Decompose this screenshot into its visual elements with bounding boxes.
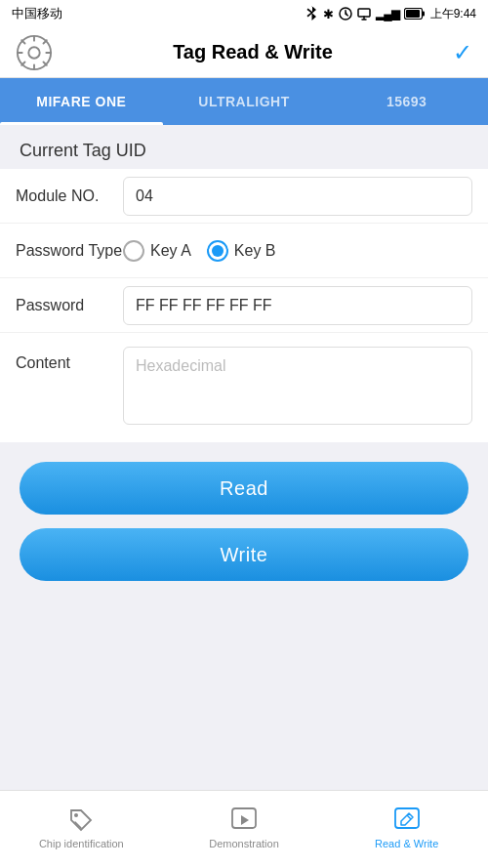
radio-key-b-label: Key B [234, 242, 276, 260]
radio-key-a[interactable]: Key A [123, 240, 191, 262]
bottom-nav: Chip identification Demonstration Read &… [0, 790, 488, 868]
tab-bar: MIFARE ONE ULTRALIGHT 15693 [0, 78, 488, 125]
extra-icon: ✱ [323, 7, 334, 21]
nav-demo-label: Demonstration [209, 838, 279, 849]
password-label: Password [16, 297, 123, 314]
password-type-row: Password Type Key A Key B [0, 224, 488, 278]
password-row: Password [0, 278, 488, 333]
svg-rect-1 [358, 9, 370, 17]
content-row: Content [0, 333, 488, 438]
tab-15693[interactable]: 15693 [325, 78, 488, 125]
read-button[interactable]: Read [20, 462, 468, 515]
nav-chip-label: Chip identification [39, 838, 124, 849]
time-label: 上午9:44 [430, 6, 476, 22]
svg-point-7 [74, 813, 78, 817]
radio-key-a-circle[interactable] [123, 240, 144, 262]
radio-key-b-circle[interactable] [207, 240, 228, 262]
page-title: Tag Read & Write [53, 41, 453, 63]
signal-icon: ▂▄▆ [376, 7, 399, 21]
status-bar: 中国移动 ✱ ▂▄▆ 上午9:44 [0, 0, 488, 27]
svg-rect-3 [422, 12, 425, 17]
tag-icon [67, 806, 95, 834]
nav-demo[interactable]: Demonstration [163, 791, 326, 868]
header: Tag Read & Write ✓ [0, 27, 488, 78]
button-area: Read Write [0, 442, 488, 591]
password-type-label: Password Type [16, 242, 123, 260]
svg-rect-4 [406, 10, 420, 18]
carrier-label: 中国移动 [12, 5, 62, 22]
write-button[interactable]: Write [20, 528, 468, 581]
main-content: Current Tag UID Module NO. Password Type… [0, 125, 488, 669]
svg-point-6 [28, 47, 39, 58]
section-title: Current Tag UID [0, 125, 488, 169]
module-label: Module NO. [16, 187, 123, 205]
radio-key-a-label: Key A [150, 242, 191, 260]
svg-rect-9 [395, 808, 419, 828]
tab-mifare[interactable]: MIFARE ONE [0, 78, 163, 125]
nav-readwrite[interactable]: Read & Write [325, 791, 488, 868]
content-label: Content [16, 347, 123, 372]
clock-icon [339, 7, 352, 21]
nav-chip[interactable]: Chip identification [0, 791, 163, 868]
module-input[interactable] [123, 177, 472, 216]
form-area: Module NO. Password Type Key A Key B Pas… [0, 169, 488, 442]
edit-icon [393, 806, 421, 834]
battery-icon [404, 8, 426, 20]
confirm-icon[interactable]: ✓ [453, 39, 472, 66]
play-icon [230, 806, 258, 834]
nav-readwrite-label: Read & Write [375, 838, 438, 849]
radio-group: Key A Key B [123, 240, 276, 262]
tab-ultralight[interactable]: ULTRALIGHT [163, 78, 326, 125]
radio-key-b[interactable]: Key B [207, 240, 276, 262]
password-input[interactable] [123, 286, 472, 325]
status-icons: ✱ ▂▄▆ 上午9:44 [305, 6, 476, 22]
bluetooth-icon [305, 6, 318, 21]
settings-icon[interactable] [16, 34, 53, 71]
content-input[interactable] [123, 347, 472, 425]
module-row: Module NO. [0, 169, 488, 224]
screen-icon [357, 7, 371, 21]
